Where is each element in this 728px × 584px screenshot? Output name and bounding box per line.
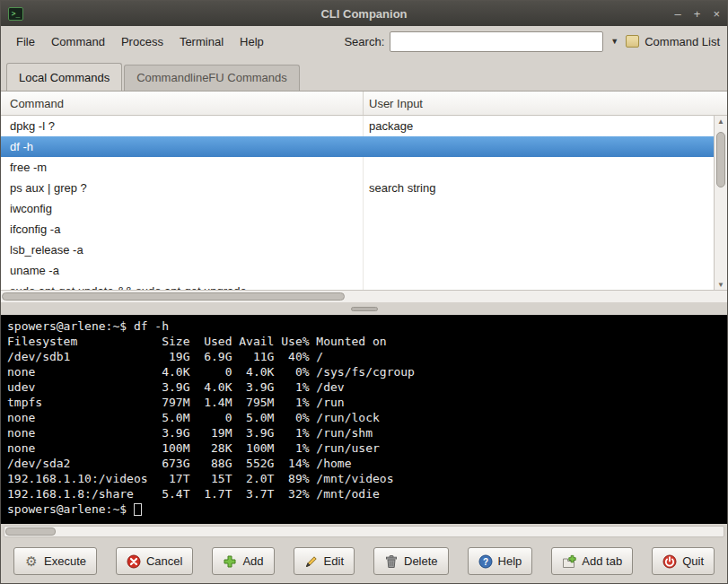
edit-button-label: Edit <box>324 554 344 568</box>
delete-button[interactable]: Delete <box>373 547 449 575</box>
chevron-down-icon[interactable]: ▼ <box>609 35 620 48</box>
cancel-button-label: Cancel <box>146 554 182 568</box>
table-header: Command User Input <box>1 92 727 116</box>
table-row[interactable]: iwconfig <box>1 198 714 219</box>
search-input[interactable] <box>390 31 603 52</box>
cell-user-input: search string <box>364 181 714 195</box>
splitter-grip-icon <box>351 307 378 311</box>
table-row[interactable]: ps aux | grep ? search string <box>1 178 714 198</box>
command-list-toggle[interactable]: Command List <box>645 35 720 48</box>
cell-command: iwconfig <box>1 198 364 219</box>
delete-button-label: Delete <box>404 554 438 568</box>
tab-bar: Local Commands CommandlineFU Commands <box>1 57 727 91</box>
terminal-line: /dev/sda2 673G 88G 552G 14% /home <box>7 456 721 471</box>
table-row-selected[interactable]: df -h <box>1 136 714 157</box>
window-controls: – + × <box>675 7 720 21</box>
cell-command: ifconfig -a <box>1 219 364 240</box>
menu-terminal[interactable]: Terminal <box>171 31 232 53</box>
quit-power-icon <box>662 554 677 569</box>
vertical-scrollbar-thumb[interactable] <box>716 132 725 187</box>
add-tab-button-label: Add tab <box>582 554 622 568</box>
menu-command[interactable]: Command <box>43 31 113 53</box>
terminal-line: 192.168.1.10:/videos 17T 15T 2.0T 89% /m… <box>7 471 721 486</box>
minimize-button[interactable]: – <box>675 7 681 21</box>
terminal-line: /dev/sdb1 19G 6.9G 11G 40% / <box>7 349 721 364</box>
table-horizontal-scrollbar-thumb[interactable] <box>2 292 345 301</box>
command-table: Command User Input dpkg -l ? package df … <box>1 91 727 290</box>
table-row[interactable]: dpkg -l ? package <box>1 116 714 136</box>
quit-button[interactable]: Quit <box>652 547 715 575</box>
menu-help[interactable]: Help <box>232 31 272 53</box>
add-button-label: Add <box>242 554 263 568</box>
add-plus-icon <box>223 554 237 569</box>
menu-file[interactable]: File <box>8 31 43 53</box>
terminal-line: spowers@arlene:~$ df -h <box>7 318 721 334</box>
table-row[interactable]: lsb_release -a <box>1 240 714 260</box>
maximize-button[interactable]: + <box>694 7 701 21</box>
terminal-line: none 100M 28K 100M 1% /run/user <box>7 440 721 456</box>
column-header-command[interactable]: Command <box>1 92 364 115</box>
pane-splitter[interactable] <box>1 302 727 315</box>
menu-process[interactable]: Process <box>113 31 171 53</box>
menubar: File Command Process Terminal Help Searc… <box>1 26 727 57</box>
command-list-icon <box>626 35 639 48</box>
table-row[interactable]: uname -a <box>1 260 714 281</box>
add-tab-icon <box>562 554 576 569</box>
table-row[interactable]: ifconfig -a <box>1 219 714 240</box>
tab-commandlinefu-commands[interactable]: CommandlineFU Commands <box>124 65 300 91</box>
table-row[interactable]: free -m <box>1 157 714 178</box>
terminal-scrollbar-thumb[interactable] <box>5 527 56 536</box>
terminal-line: none 5.0M 0 5.0M 0% /run/lock <box>7 410 721 425</box>
tab-local-commands[interactable]: Local Commands <box>6 63 122 91</box>
edit-button[interactable]: Edit <box>294 547 355 575</box>
quit-button-label: Quit <box>682 554 704 568</box>
delete-trash-icon <box>384 554 399 569</box>
cell-command: dpkg -l ? <box>1 116 364 136</box>
button-bar: ⚙ Execute Cancel Add Edit Delete <box>1 539 727 583</box>
column-header-user-input[interactable]: User Input <box>364 92 727 115</box>
cell-user-input: package <box>364 119 714 133</box>
help-button[interactable]: ? Help <box>468 547 533 575</box>
svg-text:?: ? <box>483 557 488 567</box>
cancel-icon <box>127 554 141 569</box>
cell-command: free -m <box>1 157 364 178</box>
terminal-line: none 4.0K 0 4.0K 0% /sys/fs/cgroup <box>7 364 721 379</box>
table-horizontal-scrollbar[interactable] <box>1 290 727 302</box>
terminal-cursor <box>134 503 142 516</box>
app-window: >_ CLI Companion – + × File Command Proc… <box>0 0 728 584</box>
terminal-line: udev 3.9G 4.0K 3.9G 1% /dev <box>7 379 721 395</box>
edit-pencil-icon <box>304 554 319 569</box>
cell-command: ps aux | grep ? <box>1 178 364 198</box>
terminal-prompt-line: spowers@arlene:~$ <box>7 501 721 517</box>
cell-command: uname -a <box>1 260 364 281</box>
help-button-label: Help <box>498 554 522 568</box>
execute-button-label: Execute <box>44 554 86 568</box>
cell-command: lsb_release -a <box>1 240 364 260</box>
execute-button[interactable]: ⚙ Execute <box>13 547 97 575</box>
add-tab-button[interactable]: Add tab <box>551 547 633 575</box>
terminal-line: 192.168.1.8:/share 5.4T 1.7T 3.7T 32% /m… <box>7 486 721 501</box>
terminal-line: Filesystem Size Used Avail Use% Mounted … <box>7 334 721 349</box>
app-icon: >_ <box>8 7 23 21</box>
vertical-scrollbar[interactable]: ▲ ▼ <box>714 116 727 291</box>
window-title: CLI Companion <box>1 7 727 21</box>
titlebar: >_ CLI Companion – + × <box>1 1 727 26</box>
terminal-line: none 3.9G 19M 3.9G 1% /run/shm <box>7 425 721 440</box>
terminal-output[interactable]: spowers@arlene:~$ df -h Filesystem Size … <box>1 315 727 524</box>
table-body: dpkg -l ? package df -h free -m ps aux |… <box>1 116 727 291</box>
search-label: Search: <box>344 35 384 48</box>
help-icon: ? <box>478 554 493 569</box>
cell-command: df -h <box>1 136 364 157</box>
close-button[interactable]: × <box>713 7 720 21</box>
search-area: Search: ▼ Command List <box>344 31 720 52</box>
add-button[interactable]: Add <box>212 547 274 575</box>
terminal-line: tmpfs 797M 1.4M 795M 1% /run <box>7 395 721 410</box>
terminal-prompt: spowers@arlene:~$ <box>7 502 134 516</box>
execute-gear-icon: ⚙ <box>24 554 39 569</box>
terminal-scrollbar[interactable] <box>1 524 727 539</box>
terminal-scrollbar-track[interactable] <box>4 526 724 537</box>
cancel-button[interactable]: Cancel <box>116 547 193 575</box>
scroll-up-icon[interactable]: ▲ <box>715 116 727 127</box>
